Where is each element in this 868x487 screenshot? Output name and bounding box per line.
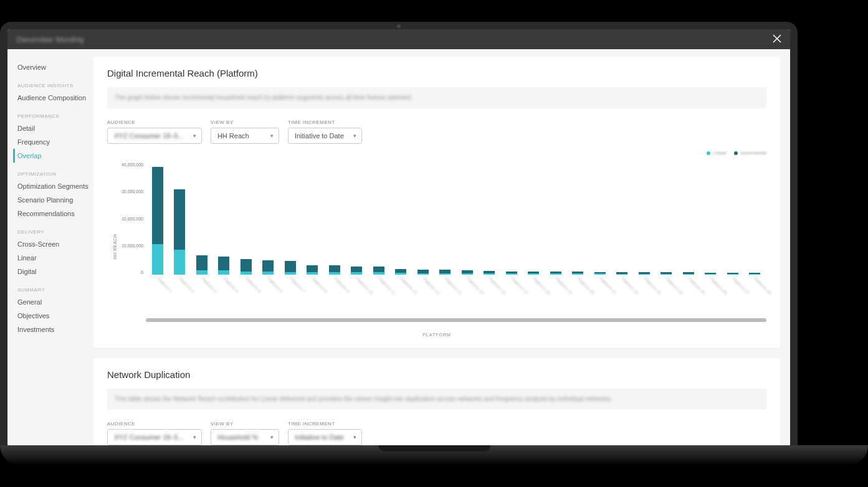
bar-segment-a <box>329 272 340 275</box>
bar-stack[interactable] <box>395 269 406 275</box>
viewby-select[interactable]: HH Reach ▾ <box>211 128 279 144</box>
timeinc-select[interactable]: Initiative to Date ▾ <box>288 429 362 445</box>
bar-segment-a <box>749 274 760 275</box>
scrollbar-thumb[interactable] <box>146 318 766 322</box>
bar-group: Platform 11 <box>370 267 388 275</box>
bar-stack[interactable] <box>594 272 606 275</box>
sidebar-item-optimization-segments[interactable]: Optimization Segments <box>13 179 93 193</box>
timeinc-select[interactable]: Initiative to Date ▾ <box>288 128 362 144</box>
bar-stack[interactable] <box>439 270 451 275</box>
bar-segment-a <box>572 273 583 275</box>
audience-select[interactable]: XYZ Consumer 18–5... ▾ <box>107 128 202 144</box>
sidebar-item-overlap[interactable]: Overlap <box>13 149 93 163</box>
chart-legend: Linear Incremental <box>707 150 766 156</box>
bar-stack[interactable] <box>705 273 716 275</box>
bar-stack[interactable] <box>329 265 340 275</box>
bar-stack[interactable] <box>528 272 539 275</box>
bar-segment-a <box>462 273 473 275</box>
bar-segment-b <box>262 260 274 272</box>
bar-segment-b <box>241 259 252 271</box>
chevron-down-icon: ▾ <box>193 133 196 139</box>
bar-category-label: Platform 12 <box>399 277 418 295</box>
bar-segment-a <box>594 273 606 275</box>
bar-segment-b <box>218 257 229 271</box>
sidebar-section-header: OPTIMIZATION <box>15 163 93 179</box>
bar-stack[interactable] <box>462 270 473 275</box>
bar-stack[interactable] <box>484 271 495 275</box>
bar-stack[interactable] <box>572 272 583 275</box>
bar-stack[interactable] <box>196 255 207 275</box>
bar-stack[interactable] <box>351 267 362 275</box>
bar-stack[interactable] <box>727 273 738 275</box>
bar-group: Platform 12 <box>392 269 411 275</box>
bar-group: Platform 23 <box>635 272 654 275</box>
x-axis-label: PLATFORM <box>422 333 451 337</box>
bar-group: Platform 26 <box>702 273 720 275</box>
bar-stack[interactable] <box>307 265 318 275</box>
bar-category-label: Platform 11 <box>378 277 396 295</box>
sidebar-item-audience-composition[interactable]: Audience Composition <box>13 91 93 105</box>
sidebar-item-frequency[interactable]: Frequency <box>13 135 93 149</box>
bar-group: Platform 18 <box>525 272 543 275</box>
sidebar-item-overview[interactable]: Overview <box>13 60 93 74</box>
bar-stack[interactable] <box>506 272 517 275</box>
bar-stack[interactable] <box>174 189 185 275</box>
sidebar-item-detail[interactable]: Detail <box>13 121 93 135</box>
bar-group: Platform 28 <box>746 273 765 275</box>
panel-description: This table shows the Network Reach contr… <box>115 395 759 404</box>
bar-group: Platform 1 <box>148 167 167 275</box>
bar-segment-b <box>174 189 185 250</box>
bar-category-label: Platform 23 <box>643 277 662 295</box>
sidebar-item-digital[interactable]: Digital <box>13 265 93 278</box>
sidebar-item-general[interactable]: General <box>13 295 93 309</box>
viewby-select[interactable]: Household % ▾ <box>211 429 279 445</box>
bar-category-label: Platform 20 <box>576 277 595 295</box>
bar-stack[interactable] <box>373 267 384 275</box>
bar-stack[interactable] <box>550 272 561 275</box>
sidebar-item-cross-screen[interactable]: Cross-Screen <box>13 237 93 251</box>
y-tick: 30,000,000 <box>113 189 143 194</box>
sidebar-item-recommendations[interactable]: Recommendations <box>13 207 93 220</box>
chevron-down-icon: ▾ <box>353 434 356 440</box>
panel-description: The graph below shows incremental househ… <box>115 93 759 102</box>
audience-select[interactable]: XYZ Consumer 18–5... ▾ <box>107 429 202 445</box>
bar-category-label: Platform 19 <box>555 277 573 295</box>
bar-segment-a <box>285 272 296 275</box>
bar-group: Platform 10 <box>348 267 366 275</box>
bar-segment-b <box>196 255 207 271</box>
bar-stack[interactable] <box>683 272 694 275</box>
bar-group: Platform 3 <box>193 255 211 275</box>
bar-stack[interactable] <box>218 257 229 275</box>
bar-stack[interactable] <box>152 167 163 275</box>
sidebar-item-investments[interactable]: Investments <box>13 323 93 336</box>
bar-segment-a <box>373 272 384 275</box>
bar-group: Platform 5 <box>237 259 255 275</box>
bar-segment-a <box>639 274 650 275</box>
main-content: Digital Incremental Reach (Platform) The… <box>93 49 790 447</box>
bar-segment-b <box>373 267 384 272</box>
bar-category-label: Platform 6 <box>267 277 284 294</box>
bar-stack[interactable] <box>241 259 252 275</box>
close-icon[interactable] <box>773 34 781 45</box>
controls-row: AUDIENCE XYZ Consumer 18–5... ▾ VIEW BY … <box>107 120 766 144</box>
audience-label: AUDIENCE <box>107 120 202 125</box>
sidebar: Overview AUDIENCE INSIGHTSAudience Compo… <box>7 49 93 447</box>
bar-stack[interactable] <box>417 270 429 275</box>
bar-category-label: Platform 28 <box>753 277 772 295</box>
chart-scrollbar[interactable] <box>146 318 766 322</box>
bar-category-label: Platform 15 <box>466 277 485 295</box>
sidebar-item-objectives[interactable]: Objectives <box>13 309 93 323</box>
window-title: December Monthly <box>16 35 84 44</box>
bar-category-label: Platform 16 <box>488 277 507 295</box>
bar-stack[interactable] <box>639 272 650 275</box>
bar-stack[interactable] <box>262 260 274 275</box>
bar-stack[interactable] <box>285 261 296 275</box>
sidebar-item-scenario-planning[interactable]: Scenario Planning <box>13 193 93 207</box>
bar-stack[interactable] <box>616 272 627 275</box>
sidebar-item-linear[interactable]: Linear <box>13 251 93 265</box>
bar-group: Platform 13 <box>414 270 432 275</box>
bar-stack[interactable] <box>661 272 672 275</box>
bar-stack[interactable] <box>749 273 760 275</box>
bar-group: Platform 16 <box>480 271 499 275</box>
bar-segment-a <box>528 273 539 275</box>
